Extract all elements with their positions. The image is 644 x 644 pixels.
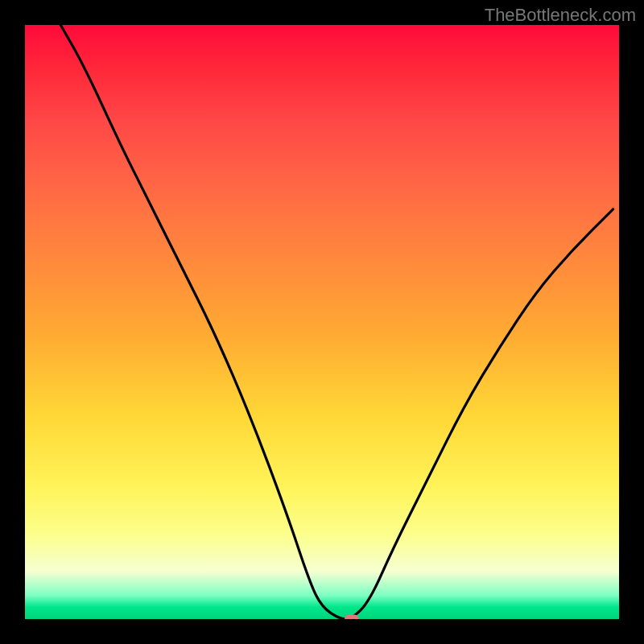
chart-frame: TheBottleneck.com [0,0,644,644]
minimum-marker [345,615,359,620]
watermark-text: TheBottleneck.com [485,5,636,26]
plot-area [25,25,619,619]
bottleneck-curve [25,25,619,619]
